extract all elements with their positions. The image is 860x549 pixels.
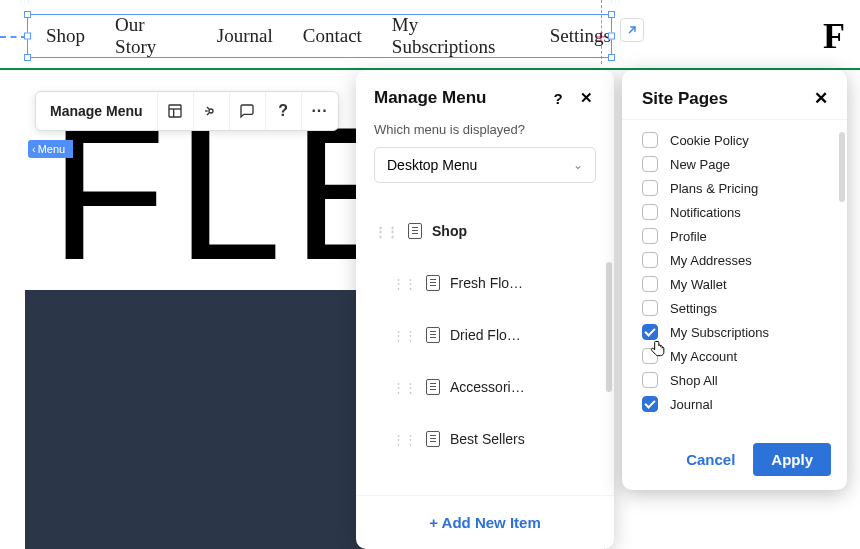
guide-line-left bbox=[0, 36, 27, 38]
tree-item[interactable]: ⋮⋮ Accessori… bbox=[374, 361, 596, 413]
drag-handle-icon[interactable]: ⋮⋮ bbox=[374, 224, 398, 239]
site-pages-list: Cookie PolicyNew PagePlans & PricingNoti… bbox=[622, 128, 847, 416]
manage-menu-button[interactable]: Manage Menu bbox=[36, 92, 158, 130]
resize-handle[interactable] bbox=[24, 54, 31, 61]
tree-item-label: Accessori… bbox=[450, 379, 596, 395]
checkbox[interactable] bbox=[642, 276, 658, 292]
site-page-row[interactable]: Cookie Policy bbox=[642, 128, 847, 152]
nav-menu-selection[interactable]: Shop Our Story Journal Contact My Subscr… bbox=[27, 14, 612, 58]
checkbox[interactable] bbox=[642, 348, 658, 364]
panel-header: Manage Menu ? ✕ bbox=[356, 70, 614, 122]
nav-item[interactable]: Contact bbox=[303, 25, 362, 47]
svg-rect-0 bbox=[169, 105, 181, 117]
checkbox[interactable] bbox=[642, 252, 658, 268]
checkbox[interactable] bbox=[642, 324, 658, 340]
site-page-row[interactable]: Shop All bbox=[642, 368, 847, 392]
drag-handle-icon[interactable]: ⋮⋮ bbox=[392, 380, 416, 395]
site-page-row[interactable]: Journal bbox=[642, 392, 847, 416]
element-breadcrumb[interactable]: ‹ Menu bbox=[28, 140, 73, 158]
nav-item[interactable]: Shop bbox=[46, 25, 85, 47]
checkbox[interactable] bbox=[642, 396, 658, 412]
tree-item[interactable]: ⋮⋮ Best Sellers bbox=[374, 413, 596, 465]
page-icon bbox=[426, 379, 440, 395]
nav-item[interactable]: Settings bbox=[550, 25, 611, 47]
more-icon[interactable]: ··· bbox=[302, 92, 338, 130]
site-page-row[interactable]: Settings bbox=[642, 296, 847, 320]
menu-tree: ⋮⋮ Shop ⋮⋮ Fresh Flo… ⋮⋮ Dried Flo… ⋮⋮ A… bbox=[374, 205, 596, 465]
site-page-label: Notifications bbox=[670, 205, 741, 220]
page-icon bbox=[408, 223, 422, 239]
site-page-row[interactable]: My Wallet bbox=[642, 272, 847, 296]
scrollbar[interactable] bbox=[606, 262, 612, 392]
site-page-label: Settings bbox=[670, 301, 717, 316]
cancel-button[interactable]: Cancel bbox=[686, 451, 735, 468]
tree-item-label: Shop bbox=[432, 223, 596, 239]
comment-icon[interactable] bbox=[230, 92, 266, 130]
site-page-label: Profile bbox=[670, 229, 707, 244]
site-page-label: Plans & Pricing bbox=[670, 181, 758, 196]
chevron-down-icon: ⌄ bbox=[573, 158, 583, 172]
drag-handle-icon[interactable]: ⋮⋮ bbox=[392, 328, 416, 343]
site-page-label: My Wallet bbox=[670, 277, 727, 292]
checkbox[interactable] bbox=[642, 132, 658, 148]
tree-item[interactable]: ⋮⋮ Fresh Flo… bbox=[374, 257, 596, 309]
chevron-left-icon: ‹ bbox=[32, 143, 36, 155]
scrollbar[interactable] bbox=[839, 132, 845, 202]
panel-body: Which menu is displayed? Desktop Menu ⌄ … bbox=[356, 122, 614, 495]
site-page-row[interactable]: Profile bbox=[642, 224, 847, 248]
site-page-row[interactable]: New Page bbox=[642, 152, 847, 176]
nav-item[interactable]: Journal bbox=[217, 25, 273, 47]
checkbox[interactable] bbox=[642, 204, 658, 220]
resize-handle[interactable] bbox=[24, 11, 31, 18]
apply-button[interactable]: Apply bbox=[753, 443, 831, 476]
site-page-row[interactable]: My Subscriptions bbox=[642, 320, 847, 344]
site-page-row[interactable]: My Addresses bbox=[642, 248, 847, 272]
site-page-label: Journal bbox=[670, 397, 713, 412]
site-page-label: My Subscriptions bbox=[670, 325, 769, 340]
panel-footer: Cancel Apply bbox=[622, 429, 847, 490]
drag-handle-icon[interactable]: ⋮⋮ bbox=[392, 432, 416, 447]
svg-point-3 bbox=[209, 109, 213, 113]
nav-item[interactable]: My Subscriptions bbox=[392, 14, 520, 58]
page-icon bbox=[426, 275, 440, 291]
site-page-label: Cookie Policy bbox=[670, 133, 749, 148]
site-page-label: New Page bbox=[670, 157, 730, 172]
menu-select[interactable]: Desktop Menu ⌄ bbox=[374, 147, 596, 183]
drag-handle-icon[interactable]: ⋮⋮ bbox=[392, 276, 416, 291]
tree-item-label: Best Sellers bbox=[450, 431, 596, 447]
site-pages-panel: Site Pages ✕ Cookie PolicyNew PagePlans … bbox=[622, 70, 847, 490]
site-page-row[interactable]: My Account bbox=[642, 344, 847, 368]
animation-icon[interactable] bbox=[194, 92, 230, 130]
layout-icon[interactable] bbox=[158, 92, 194, 130]
checkbox[interactable] bbox=[642, 180, 658, 196]
page-icon bbox=[426, 431, 440, 447]
site-pages-list-wrap: Cookie PolicyNew PagePlans & PricingNoti… bbox=[622, 120, 847, 429]
tree-item-label: Dried Flo… bbox=[450, 327, 596, 343]
add-new-item-button[interactable]: + Add New Item bbox=[356, 495, 614, 549]
help-icon[interactable]: ? bbox=[548, 90, 568, 107]
resize-handle[interactable] bbox=[24, 33, 31, 40]
resize-handle[interactable] bbox=[608, 33, 615, 40]
nav-item[interactable]: Our Story bbox=[115, 14, 187, 58]
site-page-label: Shop All bbox=[670, 373, 718, 388]
close-icon[interactable]: ✕ bbox=[811, 88, 831, 109]
checkbox[interactable] bbox=[642, 228, 658, 244]
help-icon[interactable]: ? bbox=[266, 92, 302, 130]
site-page-row[interactable]: Plans & Pricing bbox=[642, 176, 847, 200]
site-page-label: My Addresses bbox=[670, 253, 752, 268]
tree-item-label: Fresh Flo… bbox=[450, 275, 596, 291]
canvas-header: + Shop Our Story Journal Contact My Subs… bbox=[0, 0, 860, 69]
menu-select-value: Desktop Menu bbox=[387, 157, 477, 173]
close-icon[interactable]: ✕ bbox=[576, 89, 596, 107]
panel-title: Manage Menu bbox=[374, 88, 540, 108]
tree-item[interactable]: ⋮⋮ Dried Flo… bbox=[374, 309, 596, 361]
element-toolbar: Manage Menu ? ··· bbox=[35, 91, 339, 131]
tree-item[interactable]: ⋮⋮ Shop bbox=[374, 205, 596, 257]
stretch-toggle[interactable] bbox=[620, 18, 644, 42]
site-page-row[interactable]: Notifications bbox=[642, 200, 847, 224]
checkbox[interactable] bbox=[642, 300, 658, 316]
checkbox[interactable] bbox=[642, 156, 658, 172]
resize-handle[interactable] bbox=[608, 54, 615, 61]
resize-handle[interactable] bbox=[608, 11, 615, 18]
checkbox[interactable] bbox=[642, 372, 658, 388]
